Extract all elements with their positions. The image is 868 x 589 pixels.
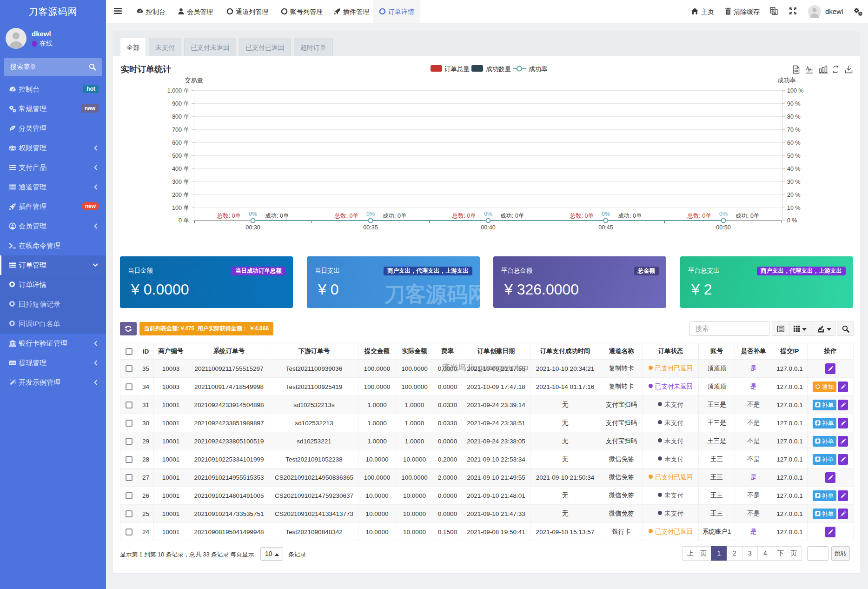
svg-text:总数: 0单: 总数: 0单 xyxy=(334,213,358,219)
svg-text:总数: 0单: 总数: 0单 xyxy=(452,213,476,219)
svg-text:成功率: 成功率 xyxy=(778,77,796,84)
svg-text:20 %: 20 % xyxy=(787,192,801,198)
svg-text:300 单: 300 单 xyxy=(172,179,189,185)
svg-text:成功: 0单: 成功: 0单 xyxy=(383,213,406,219)
svg-text:50 %: 50 % xyxy=(787,153,801,159)
svg-text:90 %: 90 % xyxy=(787,100,801,107)
svg-text:A: A xyxy=(774,11,776,14)
svg-text:70 %: 70 % xyxy=(787,127,801,133)
svg-text:100 %: 100 % xyxy=(787,87,803,94)
svg-text:600 单: 600 单 xyxy=(172,140,189,146)
svg-text:0 %: 0 % xyxy=(787,217,797,224)
svg-text:0%: 0% xyxy=(719,211,728,217)
svg-text:0%: 0% xyxy=(249,211,257,217)
svg-text:100 单: 100 单 xyxy=(172,205,189,211)
svg-text:500 单: 500 单 xyxy=(172,153,189,159)
svg-text:VISA: VISA xyxy=(10,362,16,365)
svg-text:成功: 0单: 成功: 0单 xyxy=(735,213,759,219)
svg-text:00:45: 00:45 xyxy=(598,224,613,231)
svg-text:成功: 0单: 成功: 0单 xyxy=(618,213,642,219)
svg-text:0 单: 0 单 xyxy=(179,217,189,224)
svg-text:成功: 0单: 成功: 0单 xyxy=(265,213,289,219)
svg-text:总数: 0单: 总数: 0单 xyxy=(687,213,711,219)
svg-text:40 %: 40 % xyxy=(787,166,801,172)
svg-text:0%: 0% xyxy=(484,211,492,217)
svg-text:60 %: 60 % xyxy=(787,140,801,146)
svg-text:700 单: 700 单 xyxy=(172,127,189,133)
svg-text:00:35: 00:35 xyxy=(363,224,378,231)
svg-text:200 单: 200 单 xyxy=(172,192,189,198)
svg-text:总数: 0单: 总数: 0单 xyxy=(217,213,241,219)
svg-text:0%: 0% xyxy=(602,211,610,217)
svg-text:400 单: 400 单 xyxy=(172,166,189,172)
svg-text:30 %: 30 % xyxy=(787,179,801,185)
svg-text:900 单: 900 单 xyxy=(172,100,189,107)
svg-text:00:40: 00:40 xyxy=(481,224,495,231)
svg-text:交易量: 交易量 xyxy=(185,77,203,84)
svg-text:00:30: 00:30 xyxy=(245,224,260,231)
svg-text:800 单: 800 单 xyxy=(172,114,189,120)
svg-text:0%: 0% xyxy=(366,211,375,217)
svg-text:00:50: 00:50 xyxy=(716,224,730,231)
svg-text:总数: 0单: 总数: 0单 xyxy=(570,213,594,219)
svg-text:80 %: 80 % xyxy=(787,114,801,120)
svg-text:成功: 0单: 成功: 0单 xyxy=(500,213,524,219)
svg-text:10 %: 10 % xyxy=(787,205,801,211)
svg-text:1,000 单: 1,000 单 xyxy=(167,87,189,94)
